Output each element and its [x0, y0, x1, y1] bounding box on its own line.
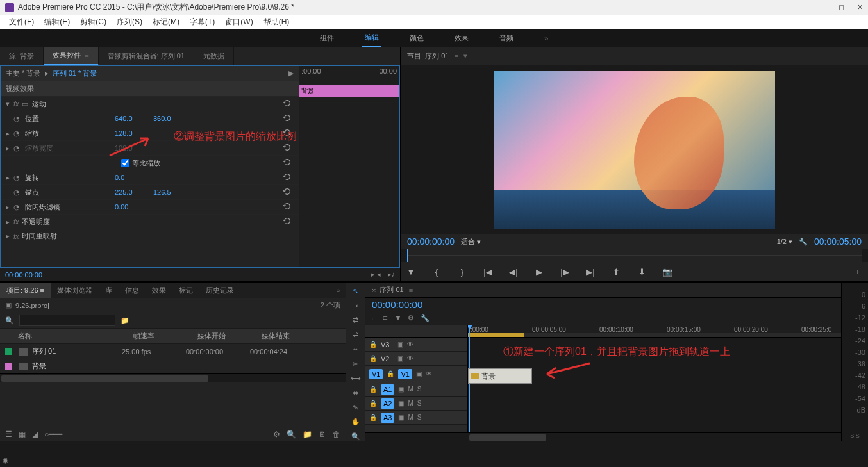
search-input[interactable]	[19, 315, 115, 326]
delete-button[interactable]: 🗑	[333, 430, 340, 439]
tab-info[interactable]: 信息	[119, 283, 146, 299]
target-toggle[interactable]: ▣	[398, 414, 404, 421]
reset-button[interactable]	[281, 158, 294, 168]
solo-toggle[interactable]: S	[417, 400, 422, 407]
wrench-icon[interactable]: 🔧	[421, 314, 430, 322]
collapse-icon[interactable]: ▾	[6, 100, 13, 108]
panel-menu-icon[interactable]: ≡	[85, 51, 88, 59]
lock-icon[interactable]: 🔒	[387, 370, 394, 377]
workspace-assembly[interactable]: 组件	[317, 29, 337, 47]
stopwatch-icon[interactable]: ◔	[13, 174, 22, 182]
marker-toggle[interactable]: ▼	[394, 314, 401, 322]
hand-tool[interactable]: ✋	[350, 418, 362, 427]
ec-motion-row[interactable]: ▾ fx ▭ 运动	[1, 96, 299, 111]
maximize-button[interactable]: ◻	[839, 3, 844, 12]
tab-source[interactable]: 源: 背景	[0, 47, 44, 65]
ripple-edit-tool[interactable]: ⇄	[350, 315, 362, 325]
bin-icon[interactable]: ▣	[5, 301, 12, 309]
mute-toggle[interactable]: M	[408, 386, 413, 393]
reset-button[interactable]	[281, 128, 294, 138]
play-button[interactable]: ▶	[533, 266, 546, 277]
eye-icon[interactable]: 👁	[407, 355, 413, 362]
lock-icon[interactable]: 🔒	[369, 355, 377, 362]
workspace-audio[interactable]: 音频	[497, 29, 516, 47]
col-name[interactable]: 名称	[18, 331, 133, 341]
label-swatch[interactable]	[5, 363, 12, 370]
ec-opacity-row[interactable]: ▸ fx 不透明度	[1, 214, 299, 229]
step-back-button[interactable]: ◀|	[507, 266, 520, 277]
panel-menu-icon[interactable]: ≡	[454, 53, 458, 60]
lock-icon[interactable]: 🔒	[369, 341, 377, 348]
fx-badge-icon[interactable]: fx	[13, 218, 19, 225]
new-bin-button[interactable]: 📁	[303, 430, 312, 439]
target-toggle[interactable]: ▣	[398, 400, 404, 407]
expand-icon[interactable]: ▸	[6, 174, 13, 182]
expand-icon[interactable]: ▸	[6, 232, 13, 240]
track-label[interactable]: A2	[381, 398, 394, 409]
source-patch-v1[interactable]: V1	[369, 369, 383, 379]
target-toggle[interactable]: ▣	[398, 386, 404, 393]
stopwatch-icon[interactable]: ◔	[13, 203, 22, 211]
minimize-button[interactable]: —	[819, 3, 826, 12]
ec-play-icon[interactable]: ▶	[288, 69, 294, 78]
out-point-button[interactable]: }	[456, 266, 469, 277]
linked-selection-toggle[interactable]: ⊂	[382, 314, 388, 322]
expand-icon[interactable]: ▸	[6, 218, 13, 226]
lock-icon[interactable]: 🔒	[369, 414, 377, 421]
reset-button[interactable]	[281, 187, 294, 197]
ec-clip-bar[interactable]: 背景	[299, 85, 399, 97]
pen-tool[interactable]: ✎	[350, 403, 362, 413]
track-label[interactable]: A3	[381, 413, 394, 423]
program-fit-select[interactable]: 适合 ▾	[461, 237, 481, 247]
settings-icon[interactable]: ⚙	[408, 314, 414, 322]
tab-media-browser[interactable]: 媒体浏览器	[51, 283, 99, 299]
playhead-icon[interactable]	[407, 249, 408, 262]
rolling-edit-tool[interactable]: ⇌	[350, 330, 362, 340]
reset-button[interactable]	[281, 172, 294, 183]
eye-icon[interactable]: 👁	[426, 370, 432, 377]
menu-title[interactable]: 字幕(T)	[185, 15, 220, 29]
zoom-slider[interactable]: ○━━━	[44, 430, 62, 439]
track-header-v3[interactable]: 🔒 V3 ▣ 👁	[365, 338, 467, 352]
track-header-a3[interactable]: 🔒 A3 ▣ M S	[365, 411, 467, 425]
workspace-color[interactable]: 颜色	[407, 29, 426, 47]
track-header-a2[interactable]: 🔒 A2 ▣ M S	[365, 397, 467, 411]
stopwatch-icon[interactable]: ◔	[13, 115, 22, 123]
label-swatch[interactable]	[5, 348, 12, 355]
track-label[interactable]: V1	[398, 369, 412, 379]
ec-timecode[interactable]: 00:00:00:00	[5, 271, 42, 279]
slide-tool[interactable]: ⇔	[350, 388, 362, 398]
icon-view-button[interactable]: ▦	[19, 430, 26, 439]
program-scrubber[interactable]	[407, 249, 862, 262]
mute-toggle[interactable]: M	[408, 414, 413, 421]
close-icon[interactable]: ×	[372, 286, 376, 294]
solo-toggle[interactable]: S	[417, 414, 422, 421]
reset-button[interactable]	[281, 99, 294, 109]
menu-file[interactable]: 文件(F)	[4, 15, 39, 29]
extract-button[interactable]: ⬇	[635, 266, 648, 277]
button-editor[interactable]: +	[851, 266, 864, 277]
stopwatch-icon[interactable]: ◔	[13, 129, 22, 138]
go-to-in-button[interactable]: |◀	[481, 266, 494, 277]
selection-tool[interactable]: ↖	[350, 286, 362, 296]
expand-icon[interactable]: ▸	[6, 129, 13, 138]
ec-anchor-y[interactable]: 126.5	[153, 188, 179, 196]
marker-button[interactable]: ▼	[405, 266, 417, 277]
ec-flicker-value[interactable]: 0.00	[115, 203, 140, 211]
eye-icon[interactable]: 👁	[407, 341, 413, 348]
target-toggle[interactable]: ▣	[416, 370, 422, 377]
ec-toggle-icon[interactable]: ▸♪	[388, 270, 396, 279]
menu-sequence[interactable]: 序列(S)	[112, 15, 147, 29]
menu-marker[interactable]: 标记(M)	[147, 15, 185, 29]
uniform-scale-checkbox[interactable]: 等比缩放	[121, 158, 160, 168]
ec-zoom-icon[interactable]: ▸ ◂	[371, 270, 381, 279]
menu-clip[interactable]: 剪辑(C)	[75, 15, 112, 29]
track-header-v2[interactable]: 🔒 V2 ▣ 👁	[365, 352, 467, 366]
export-frame-button[interactable]: 📷	[661, 266, 674, 277]
program-viewer[interactable]	[401, 65, 868, 234]
reset-button[interactable]	[281, 217, 294, 227]
tab-history[interactable]: 历史记录	[199, 283, 240, 299]
timeline-ruler[interactable]: :00:00 00:00:05:00 00:00:10:00 00:00:15:…	[468, 325, 841, 338]
workspace-more-icon[interactable]: »	[542, 31, 551, 46]
col-end[interactable]: 媒体结束	[262, 331, 326, 341]
